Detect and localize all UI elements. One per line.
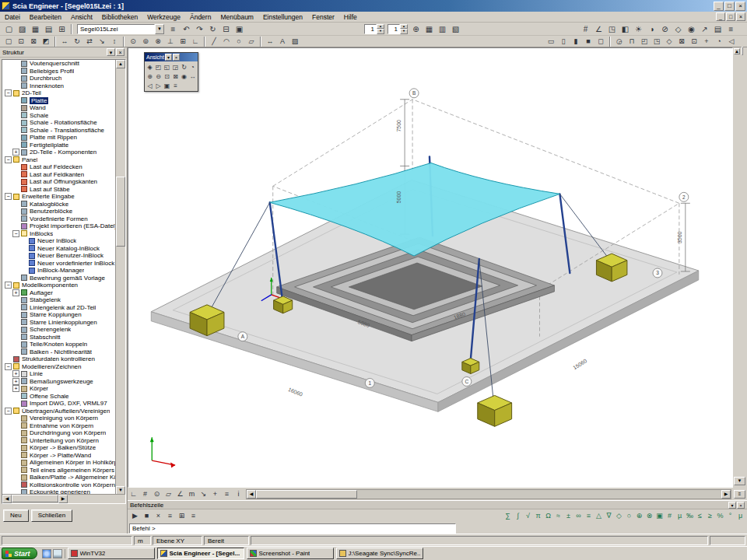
calculator-icon[interactable]: ⊟ [219, 23, 233, 35]
nabla-icon[interactable]: ∇ [604, 510, 614, 521]
tree-item[interactable]: Liniengelenk auf 2D-Teil [2, 304, 116, 312]
ansicht-palette[interactable]: Ansicht ▾ × ◈◰◱◲↻◔⊕⊖⊡⊠◉↔◁▷▣≡ [144, 52, 198, 92]
walk-icon[interactable]: ↗ [698, 23, 711, 35]
tree-item[interactable]: Unterteilung von Körpern [2, 437, 116, 445]
panel-close-icon[interactable]: × [737, 502, 745, 509]
scrollbar-thumb[interactable] [256, 490, 357, 499]
scroll-right-icon[interactable]: ▶ [58, 495, 68, 503]
palette-close-icon[interactable]: × [173, 54, 180, 61]
document-icon[interactable]: ▥ [436, 23, 449, 35]
menu-item[interactable]: Fenster [307, 12, 339, 22]
schliessen-button[interactable]: Schließen [31, 509, 73, 522]
menu-item[interactable]: Hilfe [339, 12, 362, 22]
polyline-icon[interactable]: ▱ [245, 37, 258, 47]
tree-expander-icon[interactable]: + [12, 370, 19, 377]
view-right-icon[interactable]: ◳ [651, 37, 663, 47]
tree-expander-icon[interactable]: − [5, 408, 12, 415]
menu-item[interactable]: Werkzeuge [142, 12, 185, 22]
catalog-icon[interactable]: ▣ [233, 23, 246, 35]
tree-expander-icon[interactable]: − [5, 363, 12, 370]
spin-down-icon[interactable]: ▼ [400, 29, 408, 34]
tree-item[interactable]: Vereinigung von Körpern [2, 415, 116, 422]
history-icon[interactable]: ≡ [164, 510, 176, 521]
taskbar-task[interactable]: WinTV32 [68, 548, 155, 559]
select-box-icon[interactable]: ⊡ [15, 37, 27, 47]
menu-item[interactable]: Ändern [185, 12, 216, 22]
tree-expander-icon[interactable]: + [12, 378, 19, 385]
zoom-all-icon[interactable]: ⊠ [171, 72, 180, 81]
tree-item[interactable]: −InBlocks [2, 230, 116, 238]
tree-item[interactable]: +Bemaßungswerkzeuge [2, 378, 116, 386]
tree-item[interactable]: Voutenquerschnitt [2, 60, 116, 68]
view-manager-icon[interactable]: ≡ [171, 81, 180, 90]
tree-item[interactable]: Wand [2, 104, 116, 112]
command-input[interactable]: Befehl > [129, 523, 456, 534]
tree-item[interactable]: +Linie [2, 370, 116, 378]
panel-pin-icon[interactable]: ▾ [107, 48, 115, 56]
project-combo-value[interactable]: Segel015Lzei [77, 24, 155, 34]
refresh-icon[interactable]: ↻ [206, 23, 219, 35]
new-icon[interactable]: ▢ [2, 23, 16, 35]
view-top-icon[interactable]: ⊓ [626, 37, 638, 47]
view-cube-icon[interactable]: ◳ [605, 23, 619, 35]
sum-icon[interactable]: ∑ [503, 510, 513, 521]
plusminus-icon[interactable]: ± [563, 510, 573, 521]
menu-item[interactable]: Ansicht [66, 12, 97, 22]
mdi-minimize-icon[interactable]: _ [716, 12, 725, 21]
scale-spinner-1[interactable]: 1 ▲▼ [364, 24, 384, 34]
otimes-icon[interactable]: ⊗ [644, 510, 654, 521]
free-rotate-icon[interactable]: ◔ [188, 62, 197, 72]
tree-expander-icon[interactable]: − [5, 89, 12, 96]
perspective-icon[interactable]: ◇ [672, 23, 685, 35]
gallery-icon[interactable]: ▧ [449, 23, 462, 35]
tree-item[interactable]: Platte mit Rippen [2, 134, 116, 142]
taskbar-task[interactable]: J:\Seagate Sync\SyncRe... [336, 548, 423, 559]
text-icon[interactable]: A [276, 37, 289, 47]
view-persp-icon[interactable]: ◇ [663, 37, 675, 47]
tree-horizontal-scrollbar[interactable]: ◀ ▶ [2, 494, 126, 503]
tree-item[interactable]: +2D-Teile - Komponenten [2, 149, 116, 156]
tree-item[interactable]: Durchbruch [2, 75, 116, 82]
viewport-vertical-scrollbar[interactable]: ▲ ▼ ≡ [733, 47, 747, 500]
micro-icon[interactable]: μ [735, 510, 745, 521]
mirror-icon[interactable]: ⇄ [83, 37, 96, 47]
zoom-window-icon[interactable]: ⊡ [163, 72, 171, 81]
scroll-left-icon[interactable]: ◀ [247, 490, 256, 499]
layers-icon[interactable]: ≡ [167, 23, 180, 35]
tree-item[interactable]: Last auf Stäbe [2, 186, 116, 194]
view-axo-icon[interactable]: ◈ [146, 62, 154, 72]
tree-item[interactable]: −Modellkomponenten [2, 282, 116, 289]
rotate-view-icon[interactable]: ↻ [180, 62, 188, 72]
plane-icon[interactable]: ▱ [163, 489, 174, 499]
geq-icon[interactable]: ≥ [705, 510, 715, 521]
copy-icon[interactable]: ⊞ [176, 510, 188, 521]
ansicht-palette-titlebar[interactable]: Ansicht ▾ × [145, 53, 198, 61]
tree-item[interactable]: Last auf Öffnungskanten [2, 178, 116, 186]
tree-item[interactable]: InBlock-Manager [2, 267, 116, 275]
minimize-icon[interactable]: _ [714, 2, 724, 11]
clip-icon[interactable]: ⊘ [658, 23, 672, 35]
circle-icon[interactable]: ○ [233, 37, 245, 47]
info-icon[interactable]: i [233, 489, 244, 499]
tree-item[interactable]: Benutzerblöcke [2, 208, 116, 215]
tree-item[interactable]: Last auf Feldkanten [2, 171, 116, 179]
3d-viewport[interactable]: 7500 5000 3500 16060 5880 1880 15060 B 2… [128, 48, 732, 487]
redo-icon[interactable]: ↷ [193, 23, 206, 35]
tree-vertical-scrollbar[interactable]: ▲ ▼ [115, 60, 125, 495]
view-front-icon[interactable]: ◰ [638, 37, 651, 47]
taskbar-task[interactable]: Screenshot - Paint [247, 548, 334, 559]
tree-item[interactable]: Innenknoten [2, 82, 116, 90]
show-desktop-icon[interactable] [53, 549, 62, 558]
tree-item[interactable]: Starre Kopplungen [2, 311, 116, 319]
view-yz-icon[interactable]: ◲ [171, 62, 180, 72]
taskbar-task[interactable]: Scia Engineer - [Segel... [157, 548, 244, 559]
mdi-restore-icon[interactable]: □ [726, 12, 735, 21]
permille-icon[interactable]: ‰ [685, 510, 695, 521]
tree-item[interactable]: Schale [2, 112, 116, 120]
select-icon[interactable]: ▢ [2, 37, 15, 47]
tree-item[interactable]: Neuer InBlock [2, 237, 116, 245]
invert-select-icon[interactable]: ◩ [40, 37, 52, 47]
tree-item[interactable]: Entnahme von Körpern [2, 422, 116, 430]
internet-explorer-icon[interactable] [42, 549, 51, 558]
pan-icon[interactable]: + [700, 37, 713, 47]
